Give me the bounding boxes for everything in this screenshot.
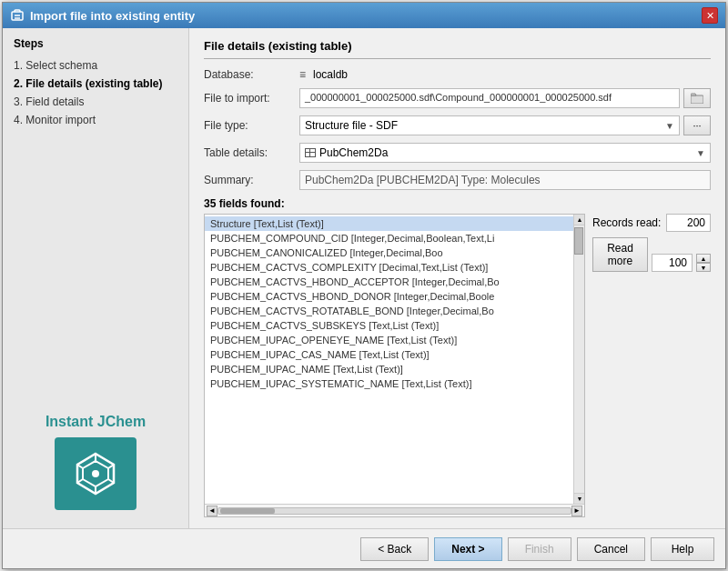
- step-3-label: Field details: [25, 95, 84, 108]
- brand-logo: [55, 437, 136, 510]
- file-import-row: File to import: _000000001_000025000.sdf…: [204, 88, 711, 108]
- spinner-buttons: ▲ ▼: [696, 254, 711, 272]
- back-button[interactable]: < Back: [360, 537, 429, 561]
- horizontal-scrollbar[interactable]: ◄ ►: [205, 504, 584, 516]
- spinner-down-button[interactable]: ▼: [696, 263, 711, 272]
- file-path-display: _000000001_000025000.sdf\Compound_000000…: [299, 88, 680, 108]
- step-2: 2. File details (existing table): [14, 77, 177, 90]
- table-icon: [305, 148, 316, 157]
- dialog-body: Steps 1. Select schema 2. File details (…: [3, 28, 725, 528]
- steps-section: Steps 1. Select schema 2. File details (…: [14, 37, 177, 132]
- field-item: PUBCHEM_IUPAC_OPENEYE_NAME [Text,List (T…: [205, 333, 573, 347]
- step-1-label: Select schema: [25, 59, 97, 72]
- spinner-row: 100 ▲ ▼: [652, 254, 711, 272]
- table-dropdown[interactable]: PubChem2Da ▼: [299, 143, 711, 163]
- close-button[interactable]: ✕: [702, 7, 718, 24]
- file-type-dropdown[interactable]: Structure file - SDF ▼: [299, 115, 680, 135]
- table-details-value: PubChem2Da ▼: [299, 143, 711, 163]
- field-item: PUBCHEM_CACTVS_SUBSKEYS [Text,List (Text…: [205, 318, 573, 333]
- database-icon: ≡: [299, 68, 306, 81]
- next-button[interactable]: Next >: [434, 537, 501, 561]
- fields-list: Structure [Text,List (Text)]PUBCHEM_COMP…: [205, 215, 573, 504]
- import-dialog: Import file into existing entity ✕ Steps…: [2, 2, 726, 569]
- dialog-footer: < Back Next > Finish Cancel Help: [3, 528, 725, 568]
- field-item: PUBCHEM_CANONICALIZED [Integer,Decimal,B…: [205, 245, 573, 260]
- file-type-row: File type: Structure file - SDF ▼ ···: [204, 115, 711, 135]
- dialog-title: Import file into existing entity: [30, 9, 195, 23]
- scroll-down-arrow[interactable]: ▼: [574, 493, 584, 504]
- summary-row: Summary: PubChem2Da [PUBCHEM2DA] Type: M…: [204, 170, 711, 190]
- brand-area: Instant JChem: [14, 414, 177, 510]
- brand-name: Instant JChem: [46, 414, 146, 430]
- spinner-up-button[interactable]: ▲: [696, 254, 711, 263]
- folder-icon: [691, 93, 703, 104]
- records-read-label: Records read:: [592, 216, 661, 229]
- records-read-value: 200: [666, 214, 711, 232]
- field-item: PUBCHEM_IUPAC_CAS_NAME [Text,List (Text)…: [205, 347, 573, 362]
- database-value: ≡ localdb: [299, 68, 711, 81]
- field-item: PUBCHEM_CACTVS_ROTATABLE_BOND [Integer,D…: [205, 304, 573, 318]
- step-2-label: File details (existing table): [25, 77, 162, 90]
- step-2-number: 2.: [14, 77, 23, 90]
- dropdown-arrow-icon: ▼: [665, 121, 674, 131]
- file-import-label: File to import:: [204, 92, 299, 105]
- svg-point-5: [92, 470, 99, 477]
- summary-value: PubChem2Da [PUBCHEM2DA] Type: Molecules: [299, 170, 711, 190]
- scroll-left-arrow[interactable]: ◄: [207, 506, 217, 516]
- field-item: PUBCHEM_CACTVS_HBOND_ACCEPTOR [Integer,D…: [205, 275, 573, 289]
- step-1-number: 1.: [14, 59, 23, 72]
- steps-list: 1. Select schema 2. File details (existi…: [14, 59, 177, 126]
- fields-body: Structure [Text,List (Text)]PUBCHEM_COMP…: [204, 214, 711, 517]
- fields-section: 35 fields found: Structure [Text,List (T…: [204, 197, 711, 517]
- steps-title: Steps: [14, 37, 177, 50]
- h-scroll-track: [217, 507, 571, 515]
- sidebar: Steps 1. Select schema 2. File details (…: [3, 28, 189, 528]
- title-bar: Import file into existing entity ✕: [3, 3, 725, 28]
- field-item: PUBCHEM_COMPOUND_CID [Integer,Decimal,Bo…: [205, 231, 573, 245]
- step-3-number: 3.: [14, 95, 23, 108]
- database-name: localdb: [313, 68, 348, 81]
- file-import-value: _000000001_000025000.sdf\Compound_000000…: [299, 88, 711, 108]
- step-4: 4. Monitor import: [14, 114, 177, 126]
- more-options-button[interactable]: ···: [683, 115, 711, 135]
- step-4-number: 4.: [14, 114, 23, 126]
- file-type-text: Structure file - SDF: [305, 119, 398, 132]
- field-item: Structure [Text,List (Text)]: [205, 216, 573, 231]
- fields-found-label: 35 fields found:: [204, 197, 711, 210]
- dialog-icon: [10, 8, 25, 23]
- summary-text: PubChem2Da [PUBCHEM2DA] Type: Molecules: [299, 170, 711, 190]
- step-1: 1. Select schema: [14, 59, 177, 72]
- table-name: PubChem2Da: [319, 146, 388, 159]
- step-4-label: Monitor import: [25, 114, 96, 126]
- vertical-scrollbar[interactable]: ▲ ▼: [573, 215, 584, 504]
- scroll-up-arrow[interactable]: ▲: [574, 215, 584, 225]
- scroll-track: [574, 225, 584, 493]
- help-button[interactable]: Help: [651, 537, 714, 561]
- section-title: File details (existing table): [204, 39, 711, 59]
- main-content: File details (existing table) Database: …: [189, 28, 725, 528]
- svg-rect-12: [691, 95, 703, 104]
- fields-controls: Records read: 200 Read more 100 ▲ ▼: [592, 214, 711, 517]
- database-row: Database: ≡ localdb: [204, 68, 711, 81]
- field-item: PUBCHEM_IUPAC_SYSTEMATIC_NAME [Text,List…: [205, 376, 573, 391]
- field-item: PUBCHEM_CACTVS_HBOND_DONOR [Integer,Deci…: [205, 289, 573, 304]
- database-label: Database:: [204, 68, 299, 81]
- field-item: PUBCHEM_CACTVS_COMPLEXITY [Decimal,Text,…: [205, 260, 573, 275]
- file-type-value: Structure file - SDF ▼ ···: [299, 115, 711, 135]
- summary-label: Summary:: [204, 174, 299, 186]
- finish-button[interactable]: Finish: [508, 537, 571, 561]
- read-more-button[interactable]: Read more: [592, 237, 648, 272]
- browse-button[interactable]: [683, 88, 711, 108]
- table-details-row: Table details: PubChem2Da ▼: [204, 143, 711, 163]
- table-dropdown-arrow-icon: ▼: [696, 148, 705, 158]
- brand-logo-icon: [68, 446, 123, 501]
- scroll-right-arrow[interactable]: ►: [571, 506, 582, 516]
- cancel-button[interactable]: Cancel: [577, 537, 645, 561]
- records-read-row: Records read: 200: [592, 214, 711, 232]
- file-type-label: File type:: [204, 119, 299, 132]
- title-bar-left: Import file into existing entity: [10, 8, 195, 23]
- spinner-input[interactable]: 100: [652, 254, 693, 272]
- field-item: PUBCHEM_IUPAC_NAME [Text,List (Text)]: [205, 362, 573, 376]
- h-scroll-thumb[interactable]: [220, 508, 275, 514]
- scroll-thumb[interactable]: [574, 227, 583, 255]
